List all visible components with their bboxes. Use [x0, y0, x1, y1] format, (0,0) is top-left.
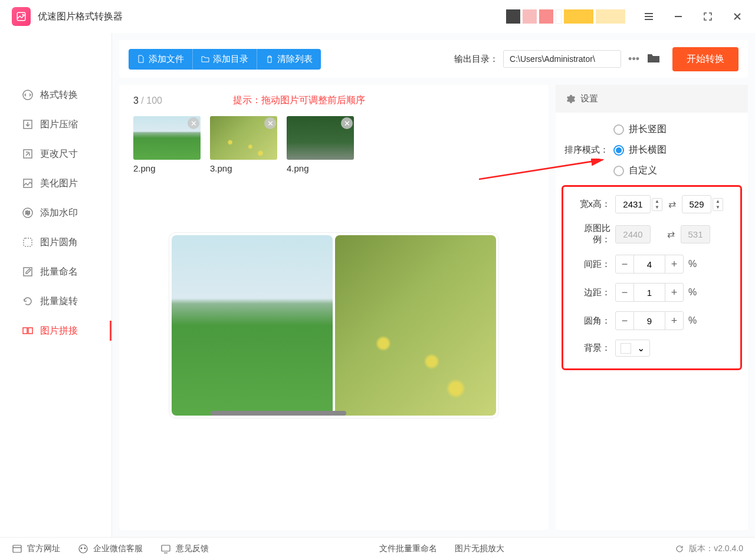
mode-custom-radio[interactable]: 自定义 [613, 164, 667, 177]
sidebar-item-label: 格式转换 [40, 89, 78, 101]
margin-input[interactable] [633, 284, 665, 301]
sidebar-item-label: 更改尺寸 [40, 148, 78, 160]
menu-icon[interactable] [643, 11, 655, 22]
sidebar-item-label: 批量旋转 [40, 295, 78, 308]
image-list-panel: 3 / 100 提示：拖动图片可调整前后顺序 ✕ 2.png ✕ 3.png ✕… [119, 85, 549, 530]
margin-label: 边距： [568, 287, 615, 298]
sidebar-item-rename[interactable]: 批量命名 [0, 257, 111, 286]
sidebar: 格式转换 图片压缩 更改尺寸 美化图片 印添加水印 图片圆角 批量命名 批量旋转… [0, 33, 112, 537]
settings-header: 设置 [556, 85, 748, 113]
margin-minus[interactable]: − [616, 284, 633, 301]
sort-mode-label: 排序模式： [562, 144, 613, 156]
thumb-close-icon[interactable]: ✕ [264, 117, 276, 129]
close-icon[interactable] [731, 11, 743, 22]
gear-icon [566, 94, 576, 104]
sidebar-item-rounded[interactable]: 图片圆角 [0, 228, 111, 257]
sidebar-item-beautify[interactable]: 美化图片 [0, 169, 111, 198]
spacing-input[interactable] [633, 255, 665, 273]
settings-highlight: 宽x高： ▲▼ ⇄ ▲▼ 原图比例： ⇄ [562, 185, 742, 370]
resize-icon [21, 147, 34, 160]
beautify-icon [21, 177, 34, 190]
rounded-icon [21, 236, 34, 249]
official-site-link[interactable]: 官方网址 [12, 543, 60, 554]
mode-horizontal-radio[interactable]: 拼长横图 [613, 144, 667, 156]
watermark-icon: 印 [21, 206, 34, 219]
sidebar-item-format[interactable]: 格式转换 [0, 80, 111, 110]
add-file-button[interactable]: 添加文件 [129, 49, 193, 70]
thumb-close-icon[interactable]: ✕ [341, 117, 353, 129]
spacing-plus[interactable]: + [665, 255, 683, 273]
swap-icon[interactable]: ⇄ [668, 199, 676, 210]
sidebar-item-resize[interactable]: 更改尺寸 [0, 139, 111, 169]
rotate-icon [21, 295, 34, 308]
sidebar-item-stitch[interactable]: 图片拼接 [0, 316, 111, 345]
bg-label: 背景： [568, 342, 615, 354]
sidebar-item-rotate[interactable]: 批量旋转 [0, 286, 111, 316]
svg-point-16 [84, 548, 86, 549]
sidebar-item-watermark[interactable]: 印添加水印 [0, 198, 111, 228]
radius-minus[interactable]: − [616, 312, 633, 330]
output-dir-label: 输出目录： [454, 54, 498, 65]
thumbnail-item[interactable]: ✕ 2.png [133, 116, 201, 173]
width-spinner[interactable]: ▲▼ [652, 198, 662, 211]
convert-icon [21, 88, 34, 101]
svg-rect-5 [24, 179, 32, 187]
bg-color-select[interactable]: ⌄ [615, 340, 650, 357]
stitch-icon [21, 324, 34, 337]
radius-plus[interactable]: + [665, 312, 683, 330]
svg-rect-8 [24, 238, 32, 246]
start-convert-button[interactable]: 开始转换 [672, 47, 738, 71]
thumb-name: 3.png [210, 163, 277, 173]
minimize-icon[interactable] [672, 11, 684, 22]
title-extra [506, 9, 625, 24]
svg-rect-11 [28, 328, 32, 334]
batch-rename-link[interactable]: 文件批量重命名 [379, 543, 437, 554]
add-folder-button[interactable]: 添加目录 [193, 49, 257, 70]
compress-icon [21, 118, 34, 131]
app-logo [12, 7, 31, 26]
thumb-name: 2.png [133, 163, 201, 173]
svg-rect-9 [24, 268, 32, 276]
mode-vertical-radio[interactable]: 拼长竖图 [613, 123, 667, 136]
folder-icon[interactable] [646, 52, 661, 66]
feedback-link[interactable]: 意见反馈 [160, 543, 209, 554]
swap-icon: ⇄ [667, 229, 675, 240]
chevron-down-icon: ⌄ [637, 342, 645, 354]
sidebar-item-label: 添加水印 [40, 207, 78, 219]
sidebar-item-label: 图片压缩 [40, 118, 78, 131]
output-dir-input[interactable] [503, 50, 621, 68]
width-input[interactable] [615, 195, 651, 213]
thumbnail-item[interactable]: ✕ 3.png [210, 116, 277, 173]
ratio-label: 原图比例： [568, 223, 615, 245]
fullscreen-icon[interactable] [702, 11, 714, 22]
title-bar: 优速图片格式转换器 [0, 0, 755, 33]
wechat-support-link[interactable]: 企业微信客服 [78, 543, 143, 554]
clear-list-button[interactable]: 清除列表 [257, 49, 321, 70]
version-info[interactable]: 版本：v2.0.4.0 [675, 543, 743, 554]
radius-input[interactable] [633, 312, 665, 330]
svg-rect-13 [13, 545, 21, 552]
spacing-minus[interactable]: − [616, 255, 633, 273]
sidebar-item-label: 图片拼接 [40, 325, 78, 337]
spacing-label: 间距： [568, 259, 615, 270]
svg-point-1 [22, 14, 24, 16]
height-spinner[interactable]: ▲▼ [713, 198, 723, 211]
output-more-icon[interactable]: ••• [626, 51, 642, 68]
lossless-upscale-link[interactable]: 图片无损放大 [455, 543, 504, 554]
sidebar-item-label: 图片圆角 [40, 236, 78, 249]
sidebar-item-compress[interactable]: 图片压缩 [0, 110, 111, 139]
stitch-preview[interactable] [169, 232, 499, 419]
wh-label: 宽x高： [568, 199, 615, 210]
thumb-name: 4.png [287, 163, 354, 173]
thumbnail-item[interactable]: ✕ 4.png [287, 116, 354, 173]
image-counter: 3 / 100 [133, 95, 162, 106]
rename-icon [21, 265, 34, 278]
svg-point-15 [81, 548, 82, 549]
app-title: 优速图片格式转换器 [38, 11, 123, 23]
preview-scrollbar[interactable] [211, 411, 346, 416]
footer: 官方网址 企业微信客服 意见反馈 文件批量重命名 图片无损放大 版本：v2.0.… [0, 537, 755, 560]
ratio-width [615, 225, 651, 243]
thumb-close-icon[interactable]: ✕ [188, 117, 199, 129]
margin-plus[interactable]: + [665, 284, 683, 301]
height-input[interactable] [682, 195, 711, 213]
